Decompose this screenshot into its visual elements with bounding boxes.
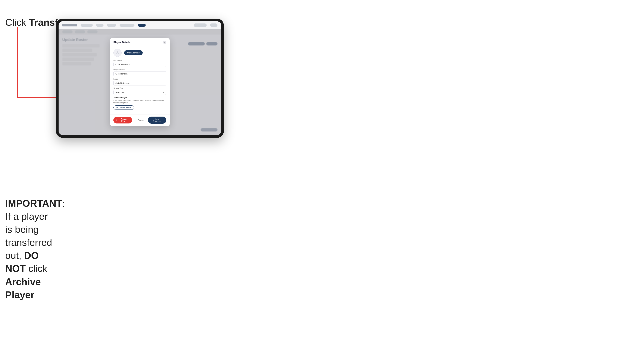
email-input[interactable] bbox=[114, 81, 166, 85]
transfer-player-section: Transfer Player If this player has moved… bbox=[114, 97, 166, 110]
modal-close-button[interactable]: × bbox=[163, 41, 166, 44]
tablet-screen: Update Roster Player Details bbox=[58, 21, 221, 135]
cancel-button[interactable]: Cancel bbox=[136, 118, 146, 123]
modal-overlay: Player Details × bbox=[58, 29, 221, 135]
archive-btn-label: Archive Player bbox=[118, 118, 130, 122]
full-name-group: Full Name bbox=[114, 59, 166, 67]
app-header bbox=[58, 21, 221, 29]
modal-title: Player Details bbox=[114, 41, 130, 44]
modal-header: Player Details × bbox=[110, 38, 170, 46]
svg-point-3 bbox=[117, 51, 118, 53]
school-year-label: School Year bbox=[114, 87, 166, 89]
avatar bbox=[114, 49, 122, 57]
email-label: Email bbox=[114, 78, 166, 80]
nav-leaderboards[interactable] bbox=[120, 24, 134, 27]
archive-player-button[interactable]: ⬇ Archive Player bbox=[114, 117, 132, 124]
transfer-description: If this player has moved to another scho… bbox=[114, 99, 166, 104]
nav-teams[interactable] bbox=[96, 24, 104, 27]
display-name-label: Display Name bbox=[114, 69, 166, 71]
app-logo bbox=[62, 24, 77, 26]
nav-dashboard[interactable] bbox=[80, 24, 93, 27]
modal-body: Upload Photo Full Name Display Name bbox=[110, 46, 170, 114]
instruction-bottom: IMPORTANT: If a player is being transfer… bbox=[5, 197, 56, 302]
modal-footer: ⬇ Archive Player Cancel Save Changes bbox=[110, 115, 170, 126]
archive-label: Archive Player bbox=[5, 276, 41, 300]
header-action-btn[interactable] bbox=[210, 23, 218, 27]
transfer-icon: ⟳ bbox=[116, 107, 118, 109]
tablet-shell: Update Roster Player Details bbox=[56, 19, 224, 138]
display-name-group: Display Name bbox=[114, 69, 166, 76]
email-group: Email bbox=[114, 78, 166, 85]
display-name-input[interactable] bbox=[114, 71, 166, 76]
nav-active[interactable] bbox=[138, 24, 146, 27]
transfer-player-button[interactable]: ⟳ Transfer Player bbox=[114, 105, 134, 110]
full-name-input[interactable] bbox=[114, 62, 166, 67]
nav-seasons[interactable] bbox=[107, 24, 116, 27]
school-year-select[interactable]: First Year Second Year Third Year Fourth… bbox=[114, 90, 166, 95]
school-year-group: School Year First Year Second Year Third… bbox=[114, 87, 166, 95]
full-name-label: Full Name bbox=[114, 59, 166, 61]
avatar-section: Upload Photo bbox=[114, 49, 166, 57]
header-account-btn[interactable] bbox=[194, 23, 207, 27]
upload-photo-button[interactable]: Upload Photo bbox=[124, 50, 143, 55]
archive-icon: ⬇ bbox=[116, 119, 118, 121]
save-changes-button[interactable]: Save Changes bbox=[148, 117, 166, 124]
instruction-text: Click bbox=[5, 17, 29, 28]
instruction-rest2: click bbox=[26, 263, 47, 274]
important-label: IMPORTANT bbox=[5, 198, 62, 209]
player-details-modal: Player Details × bbox=[110, 38, 170, 126]
transfer-btn-label: Transfer Player bbox=[118, 107, 131, 109]
close-icon: × bbox=[164, 41, 165, 43]
transfer-section-label: Transfer Player bbox=[114, 97, 166, 99]
